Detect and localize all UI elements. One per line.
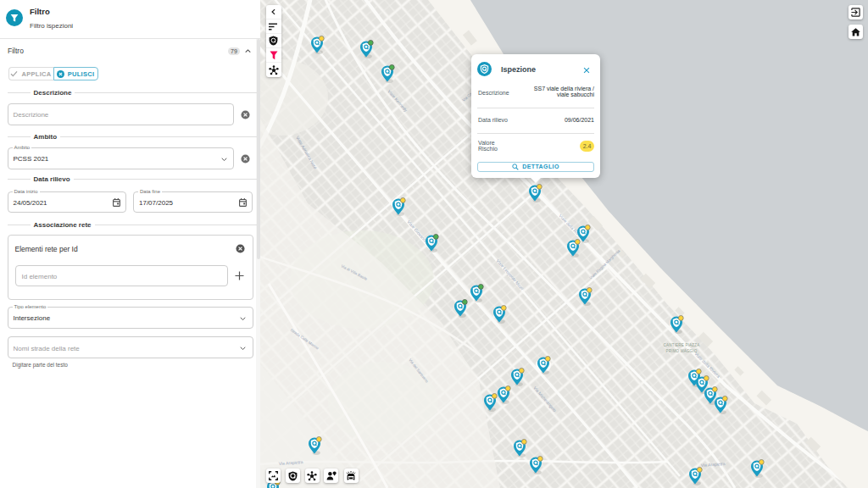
svg-text:CANTIERE PIAZZA: CANTIERE PIAZZA: [664, 343, 700, 347]
svg-text:PRIMO MAGGIO: PRIMO MAGGIO: [666, 349, 698, 353]
